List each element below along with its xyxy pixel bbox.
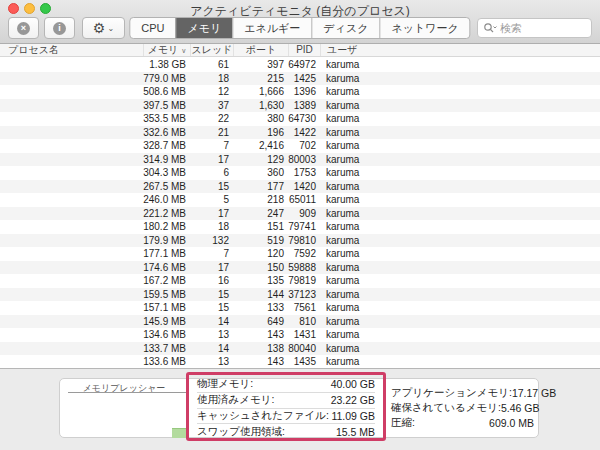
- cell-pid: 80003: [288, 153, 320, 167]
- cell-memory: 508.6 MB: [143, 85, 190, 99]
- table-row[interactable]: 508.6 MB 12 1,666 1396 karuma: [0, 85, 600, 99]
- column-header-threads[interactable]: スレッド: [190, 44, 233, 56]
- stat-compressed: 圧縮: 609.0 MB: [391, 415, 534, 430]
- sort-descending-icon: ∨: [181, 47, 186, 54]
- cell-ports: 380: [233, 112, 288, 126]
- table-row[interactable]: 180.2 MB 18 151 79741 karuma: [0, 220, 600, 234]
- cell-threads: 18: [190, 220, 233, 234]
- cell-pid: 37123: [288, 288, 320, 302]
- column-header-memory[interactable]: メモリ ∨: [143, 44, 190, 56]
- cell-user: karuma: [320, 72, 600, 86]
- cell-process-name: [0, 207, 143, 221]
- cell-user: karuma: [320, 193, 600, 207]
- table-row[interactable]: 1.38 GB 61 397 64972 karuma: [0, 58, 600, 72]
- cell-memory: 314.9 MB: [143, 153, 190, 167]
- table-row[interactable]: 159.5 MB 15 144 37123 karuma: [0, 288, 600, 302]
- table-row[interactable]: 145.9 MB 14 649 810 karuma: [0, 315, 600, 329]
- table-row[interactable]: 353.5 MB 22 380 64730 karuma: [0, 112, 600, 126]
- table-row[interactable]: 397.5 MB 37 1,630 1389 karuma: [0, 99, 600, 113]
- tab-memory[interactable]: メモリ: [176, 18, 233, 38]
- cell-pid: 79819: [288, 274, 320, 288]
- cell-user: karuma: [320, 247, 600, 261]
- tab-disk[interactable]: ディスク: [311, 18, 379, 38]
- cell-pid: 80040: [288, 342, 320, 356]
- column-header-pid[interactable]: PID: [288, 44, 320, 56]
- memory-summary-footer: メモリプレッシャー 物理メモリ: 40.00 GB 使用済みメモリ: 23.22…: [0, 368, 600, 450]
- info-icon: i: [53, 22, 66, 35]
- table-row[interactable]: 328.7 MB 7 2,416 702 karuma: [0, 139, 600, 153]
- table-row[interactable]: 133.6 MB 13 143 1435 karuma: [0, 355, 600, 368]
- cell-memory: 159.5 MB: [143, 288, 190, 302]
- cell-memory: 145.9 MB: [143, 315, 190, 329]
- cell-user: karuma: [320, 328, 600, 342]
- table-row[interactable]: 267.5 MB 15 177 1420 karuma: [0, 180, 600, 194]
- table-row[interactable]: 174.6 MB 17 150 59888 karuma: [0, 261, 600, 275]
- cell-process-name: [0, 261, 143, 275]
- cell-threads: 17: [190, 153, 233, 167]
- cell-pid: 65011: [288, 193, 320, 207]
- options-button[interactable]: ⚙ ⌄: [82, 17, 125, 39]
- cell-pid: 909: [288, 207, 320, 221]
- cell-user: karuma: [320, 301, 600, 315]
- memory-stats-right: アプリケーションメモリ: 17.17 GB 確保されているメモリ: 5.46 G…: [391, 385, 534, 430]
- cell-process-name: [0, 328, 143, 342]
- memory-pressure-graph: [172, 428, 187, 438]
- table-row[interactable]: 179.9 MB 132 519 79810 karuma: [0, 234, 600, 248]
- cell-memory: 353.5 MB: [143, 112, 190, 126]
- cell-ports: 2,416: [233, 139, 288, 153]
- cell-process-name: [0, 247, 143, 261]
- cell-memory: 246.0 MB: [143, 193, 190, 207]
- cell-process-name: [0, 85, 143, 99]
- column-header-ports[interactable]: ポート: [233, 44, 288, 56]
- cell-ports: 133: [233, 301, 288, 315]
- table-row[interactable]: 167.2 MB 16 135 79819 karuma: [0, 274, 600, 288]
- cell-process-name: [0, 99, 143, 113]
- column-header-process-name[interactable]: プロセス名: [0, 44, 143, 56]
- cell-user: karuma: [320, 234, 600, 248]
- table-row[interactable]: 177.1 MB 7 120 7592 karuma: [0, 247, 600, 261]
- cell-threads: 37: [190, 99, 233, 113]
- chevron-down-icon: ⌄: [107, 24, 114, 33]
- table-row[interactable]: 221.2 MB 17 247 909 karuma: [0, 207, 600, 221]
- gear-icon: ⚙: [93, 21, 106, 35]
- cell-process-name: [0, 315, 143, 329]
- table-row[interactable]: 157.1 MB 15 133 7561 karuma: [0, 301, 600, 315]
- cell-process-name: [0, 234, 143, 248]
- cell-pid: 1420: [288, 180, 320, 194]
- cell-memory: 134.6 MB: [143, 328, 190, 342]
- cell-memory: 180.2 MB: [143, 220, 190, 234]
- stat-wired-memory: 確保されているメモリ: 5.46 GB: [391, 400, 534, 415]
- cell-threads: 22: [190, 112, 233, 126]
- quit-process-button[interactable]: ×: [8, 17, 39, 39]
- cell-ports: 120: [233, 247, 288, 261]
- cell-ports: 1,630: [233, 99, 288, 113]
- table-row[interactable]: 779.0 MB 18 215 1425 karuma: [0, 72, 600, 86]
- cell-memory: 179.9 MB: [143, 234, 190, 248]
- cell-pid: 64972: [288, 58, 320, 72]
- cell-pid: 7561: [288, 301, 320, 315]
- cell-process-name: [0, 342, 143, 356]
- cell-pid: 1422: [288, 126, 320, 140]
- table-row[interactable]: 314.9 MB 17 129 80003 karuma: [0, 153, 600, 167]
- search-input[interactable]: 検索: [477, 18, 592, 38]
- inspect-process-button[interactable]: i: [44, 17, 75, 39]
- cell-process-name: [0, 274, 143, 288]
- cell-user: karuma: [320, 180, 600, 194]
- cell-pid: 1389: [288, 99, 320, 113]
- table-row[interactable]: 332.6 MB 21 196 1422 karuma: [0, 126, 600, 140]
- cell-process-name: [0, 153, 143, 167]
- tab-energy[interactable]: エネルギー: [232, 18, 311, 38]
- cell-threads: 15: [190, 301, 233, 315]
- cell-ports: 144: [233, 288, 288, 302]
- tab-cpu[interactable]: CPU: [130, 18, 175, 38]
- cell-pid: 7592: [288, 247, 320, 261]
- table-row[interactable]: 133.7 MB 14 138 80040 karuma: [0, 342, 600, 356]
- cell-ports: 143: [233, 355, 288, 368]
- table-row[interactable]: 134.6 MB 13 143 1431 karuma: [0, 328, 600, 342]
- table-row[interactable]: 304.3 MB 6 360 1753 karuma: [0, 166, 600, 180]
- cell-pid: 702: [288, 139, 320, 153]
- cell-threads: 21: [190, 126, 233, 140]
- table-row[interactable]: 246.0 MB 5 218 65011 karuma: [0, 193, 600, 207]
- column-header-user[interactable]: ユーザ: [320, 44, 600, 56]
- tab-network[interactable]: ネットワーク: [379, 18, 469, 38]
